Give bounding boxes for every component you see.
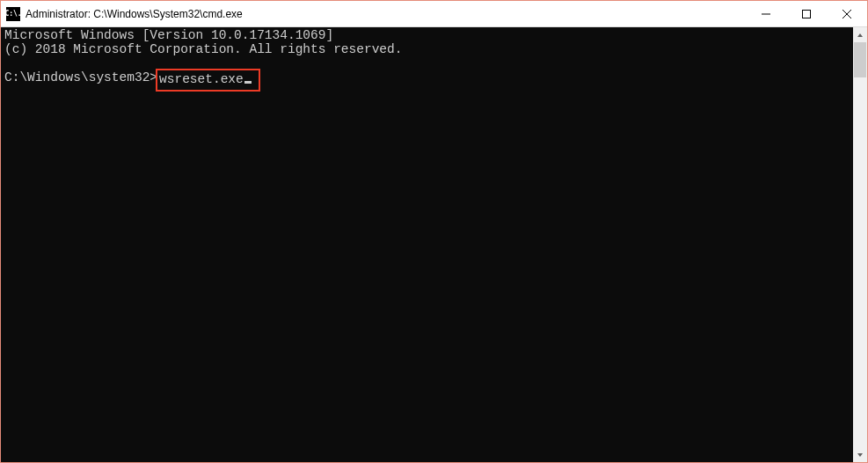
scrollbar-up-arrow-icon[interactable] (853, 27, 867, 42)
terminal-blank-line (4, 57, 850, 71)
vertical-scrollbar[interactable] (853, 27, 867, 462)
terminal-content[interactable]: Microsoft Windows [Version 10.0.17134.10… (1, 27, 853, 462)
minimize-button[interactable] (746, 1, 786, 26)
scrollbar-down-arrow-icon[interactable] (853, 447, 867, 462)
cmd-icon: C:\. (6, 7, 20, 21)
prompt: C:\Windows\system32> (4, 71, 157, 85)
command-highlight-box: wsreset.exe (156, 69, 260, 92)
terminal-area: Microsoft Windows [Version 10.0.17134.10… (1, 27, 867, 462)
cursor (244, 81, 252, 84)
scrollbar-thumb[interactable] (854, 42, 866, 77)
close-button[interactable] (827, 1, 867, 26)
prompt-line: C:\Windows\system32>wsreset.exe (4, 71, 850, 92)
svg-marker-4 (857, 33, 863, 37)
cmd-window: C:\. Administrator: C:\Windows\System32\… (0, 0, 868, 463)
window-title: Administrator: C:\Windows\System32\cmd.e… (26, 8, 746, 20)
cmd-icon-text: C:\. (4, 11, 21, 18)
command-input[interactable]: wsreset.exe (159, 73, 244, 87)
terminal-output-line: Microsoft Windows [Version 10.0.17134.10… (4, 29, 850, 43)
titlebar[interactable]: C:\. Administrator: C:\Windows\System32\… (1, 1, 867, 27)
maximize-button[interactable] (786, 1, 827, 26)
window-controls (746, 1, 867, 26)
svg-marker-5 (857, 453, 863, 457)
terminal-output-line: (c) 2018 Microsoft Corporation. All righ… (4, 43, 850, 57)
svg-rect-1 (803, 10, 811, 18)
